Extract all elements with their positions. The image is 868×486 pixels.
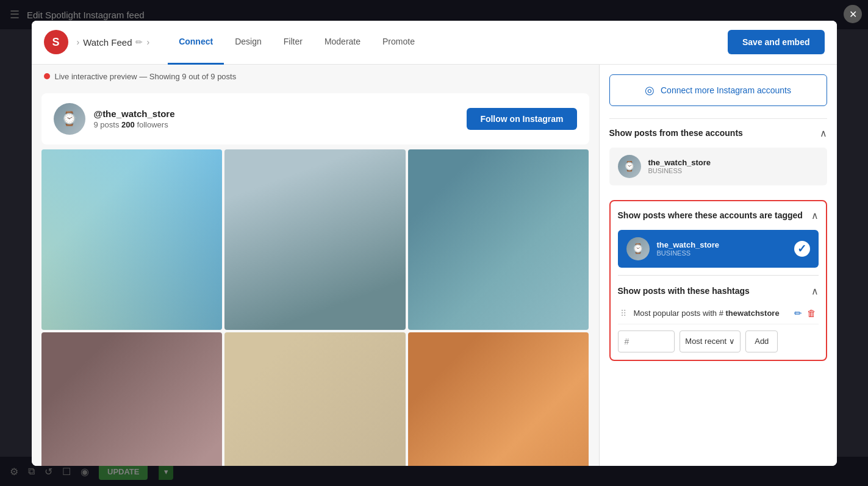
- modal: S › Watch Feed ✏ › Connect Design Filter…: [32, 21, 837, 466]
- hashtag-value: thewatchstore: [726, 309, 780, 318]
- hashtag-input-row: # Most recent ∨ Add: [618, 331, 819, 352]
- account-header-card: ⌚ @the_watch_store 9 posts 200 followers…: [41, 93, 589, 145]
- account-stats: 9 posts 200 followers: [94, 120, 175, 129]
- sort-chevron-icon: ∨: [729, 337, 735, 346]
- show-from-account-avatar: ⌚: [618, 155, 641, 178]
- hashtag-prefix-symbol: #: [625, 337, 629, 346]
- show-tagged-account-name: the_watch_store: [657, 240, 720, 249]
- show-from-chevron: ∧: [820, 127, 827, 139]
- show-from-account-type: BUSINESS: [648, 167, 711, 174]
- tab-promote[interactable]: Promote: [371, 21, 426, 65]
- preview-status-text: Live interactive preview — Showing 9 out…: [55, 72, 237, 81]
- brand-logo: S: [44, 30, 68, 54]
- instagram-icon: ◎: [645, 84, 655, 97]
- tab-connect[interactable]: Connect: [168, 21, 224, 65]
- show-hashtags-title: Show posts with these hashtags: [618, 286, 750, 296]
- show-hashtags-chevron: ∧: [811, 285, 819, 297]
- show-tagged-header[interactable]: Show posts where these accounts are tagg…: [618, 201, 819, 230]
- save-embed-button[interactable]: Save and embed: [728, 30, 825, 54]
- photo-cell-4: [41, 332, 223, 465]
- show-tagged-account-item[interactable]: ⌚ the_watch_store BUSINESS ✓: [618, 230, 819, 268]
- feed-name: Watch Feed: [83, 37, 132, 48]
- show-tagged-account-type: BUSINESS: [657, 249, 720, 257]
- connect-instagram-button[interactable]: ◎ Connect more Instagram accounts: [609, 74, 827, 106]
- hashtag-text-input[interactable]: [631, 337, 668, 346]
- photo-cell-1: [41, 149, 223, 331]
- connect-accounts-label: Connect more Instagram accounts: [661, 85, 791, 95]
- delete-hashtag-icon[interactable]: 🗑: [807, 308, 816, 318]
- account-avatar: ⌚: [54, 103, 85, 135]
- photo-cell-6: [408, 332, 589, 465]
- edit-hashtag-icon[interactable]: ✏: [794, 308, 802, 319]
- tab-design[interactable]: Design: [224, 21, 273, 65]
- preview-pane: Live interactive preview — Showing 9 out…: [32, 65, 599, 466]
- live-indicator-dot: [44, 73, 50, 79]
- account-handle: @the_watch_store: [94, 109, 175, 119]
- hashtag-row: ⠿ Most popular posts with # thewatchstor…: [618, 303, 819, 324]
- show-from-header[interactable]: Show posts from these accounts ∧: [609, 119, 827, 148]
- add-hashtag-button[interactable]: Add: [745, 331, 778, 352]
- modal-overlay: S › Watch Feed ✏ › Connect Design Filter…: [0, 0, 868, 486]
- selected-check-icon: ✓: [794, 241, 810, 257]
- modal-close-button[interactable]: ✕: [844, 5, 862, 23]
- right-panel: ◎ Connect more Instagram accounts Show p…: [599, 65, 837, 466]
- tab-moderate[interactable]: Moderate: [314, 21, 371, 65]
- show-tagged-section: Show posts where these accounts are tagg…: [609, 200, 827, 361]
- show-hashtags-header[interactable]: Show posts with these hashtags ∧: [618, 283, 819, 303]
- breadcrumb-arrow-2: ›: [146, 37, 149, 47]
- show-tagged-title: Show posts where these accounts are tagg…: [618, 210, 803, 220]
- modal-body: Live interactive preview — Showing 9 out…: [32, 65, 837, 466]
- photo-grid: [41, 149, 589, 466]
- show-tagged-account-avatar: ⌚: [626, 237, 650, 260]
- hashtag-entry-text: Most popular posts with # thewatchstore: [634, 309, 789, 318]
- show-tagged-chevron: ∧: [811, 210, 819, 221]
- photo-cell-5: [224, 332, 406, 465]
- drag-handle-icon[interactable]: ⠿: [620, 309, 626, 318]
- tab-filter[interactable]: Filter: [273, 21, 314, 65]
- show-from-section: Show posts from these accounts ∧ ⌚ the_w…: [609, 118, 827, 190]
- account-info: ⌚ @the_watch_store 9 posts 200 followers: [54, 103, 175, 135]
- sort-selected-value: Most recent: [685, 337, 726, 346]
- show-from-account-name: the_watch_store: [648, 158, 711, 167]
- photo-cell-3: [408, 149, 589, 331]
- show-from-account-item: ⌚ the_watch_store BUSINESS: [609, 148, 827, 185]
- sort-dropdown[interactable]: Most recent ∨: [680, 331, 741, 352]
- photo-cell-2: [224, 149, 406, 331]
- breadcrumb-arrow-1: ›: [77, 37, 80, 47]
- modal-header: S › Watch Feed ✏ › Connect Design Filter…: [32, 21, 837, 65]
- hashtag-input-wrapper[interactable]: #: [618, 331, 675, 352]
- nav-tabs: Connect Design Filter Moderate Promote: [168, 21, 728, 64]
- follow-instagram-button[interactable]: Follow on Instagram: [467, 108, 576, 130]
- preview-status-bar: Live interactive preview — Showing 9 out…: [32, 65, 599, 88]
- edit-feed-name-icon[interactable]: ✏: [135, 37, 143, 47]
- show-from-title: Show posts from these accounts: [609, 128, 743, 138]
- hashtags-subsection: Show posts with these hashtags ∧ ⠿ Most …: [618, 275, 819, 352]
